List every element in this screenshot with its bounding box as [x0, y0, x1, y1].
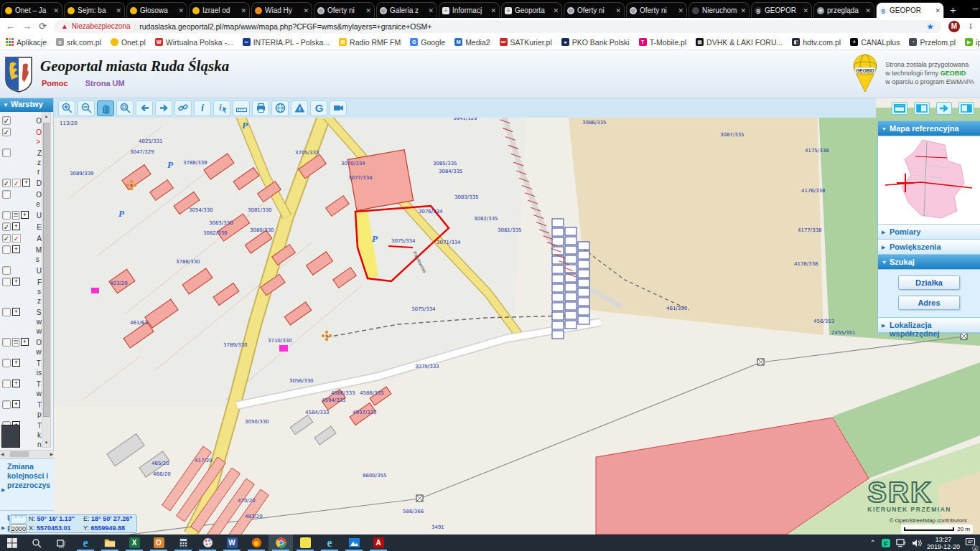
tab[interactable]: Izrael od✕ [189, 2, 250, 18]
paint-taskbar-icon[interactable] [195, 534, 220, 551]
sticky-notes-taskbar-icon[interactable] [293, 534, 317, 551]
word-taskbar-icon[interactable]: W [220, 534, 244, 551]
edge-taskbar-icon[interactable]: e [73, 534, 98, 551]
chrome-menu-icon[interactable]: ⋮ [967, 22, 974, 30]
bookmark-item[interactable]: intINTERIA.PL - Polska... [243, 38, 330, 47]
layer-expand-icon[interactable]: + [12, 359, 20, 367]
layer-legend-icon[interactable] [12, 338, 19, 347]
bookmark-item[interactable]: ▤Radio RMF FM [339, 38, 401, 47]
zoom-out-button[interactable] [78, 100, 95, 116]
tab[interactable]: gGEOPOR✕ [751, 2, 812, 18]
layer-checkbox[interactable] [2, 380, 11, 388]
search-taskbar-icon[interactable] [24, 534, 49, 551]
section-lokalizacja-wsp-rz-dnej[interactable]: ▶Lokalizacja współrzędnej [878, 318, 980, 333]
tab-active[interactable]: gGEOPOR✕ [876, 2, 944, 18]
layer-order-panel[interactable]: ▶Zmiana kolejności i przezroczys [0, 458, 54, 510]
layout-left-panel-button[interactable] [914, 102, 930, 115]
wms-button[interactable] [271, 100, 289, 116]
back-icon[interactable]: ← [6, 21, 15, 32]
info-select-button[interactable]: i [213, 100, 230, 116]
bookmark-item[interactable]: WWirtualna Polska -... [155, 38, 233, 47]
security-warning-icon[interactable]: ▲ [61, 22, 68, 30]
section-szukaj[interactable]: ▼Szukaj [878, 255, 980, 270]
start-taskbar-icon[interactable] [0, 534, 24, 551]
firefox-taskbar-icon[interactable] [244, 534, 269, 551]
layer-checkbox[interactable] [2, 266, 11, 275]
layer-expand-icon[interactable]: + [21, 338, 29, 346]
tab-close-icon[interactable]: ✕ [935, 7, 941, 14]
view-forward-button[interactable] [155, 100, 172, 116]
layer-expand-icon[interactable]: + [12, 308, 20, 316]
layer-style-checkbox[interactable]: ✓ [12, 179, 21, 187]
tab[interactable]: ●przegląda✕ [813, 2, 874, 18]
layer-expand-icon[interactable]: + [12, 400, 20, 408]
search-adres-button[interactable]: Adres [898, 296, 960, 310]
city-site-link[interactable]: Strona UM [85, 79, 125, 88]
layer-legend-icon[interactable] [12, 211, 19, 220]
tab-close-icon[interactable]: ✕ [678, 7, 683, 14]
layout-right-panel-button[interactable] [958, 102, 974, 115]
section-powi-kszenia[interactable]: ▶Powiększenia [878, 240, 980, 255]
network-icon[interactable] [896, 539, 907, 547]
vertical-scrollbar[interactable]: ▲▼ [42, 112, 51, 448]
tray-chevron-icon[interactable]: ⌃ [870, 539, 876, 547]
layer-expand-icon[interactable]: + [12, 245, 20, 253]
tab-close-icon[interactable]: ✕ [615, 7, 621, 14]
bookmark-item[interactable]: MMedia2 [454, 38, 490, 47]
tab[interactable]: Sejm: ba✕ [64, 2, 125, 18]
layer-checkbox[interactable]: ✓ [2, 222, 11, 231]
tab-close-icon[interactable]: ✕ [365, 7, 371, 14]
section-pomiary[interactable]: ▶Pomiary [878, 225, 980, 240]
bookmark-item[interactable]: ●PKO Bank Polski [561, 38, 630, 47]
pan-button[interactable] [97, 100, 114, 116]
tab[interactable]: ◍Oferty ni✕ [314, 2, 375, 18]
tab[interactable]: Głosowa✕ [126, 2, 187, 18]
section-mapa-referencyjna[interactable]: ▼Mapa referencyjna [878, 121, 980, 136]
taskbar-clock[interactable]: 13:272019-12-20 [927, 536, 960, 550]
dms-toggle-button[interactable]: ° ' " [11, 515, 27, 524]
tab[interactable]: ◍Galeria z✕ [376, 2, 437, 18]
horizontal-scrollbar[interactable]: ◀▶ [0, 450, 54, 458]
tab[interactable]: ◍Oferty ni✕ [626, 2, 687, 18]
tab[interactable]: ◍Oferty ni✕ [564, 2, 625, 18]
tab-close-icon[interactable]: ✕ [740, 7, 746, 14]
action-center-icon[interactable]: 4 [965, 537, 976, 550]
photos-taskbar-icon[interactable] [342, 534, 366, 551]
volume-icon[interactable] [912, 539, 922, 547]
layer-checkbox[interactable]: ✓ [2, 234, 11, 242]
google-maps-button[interactable]: G [310, 100, 327, 116]
tab-close-icon[interactable]: ✕ [428, 7, 434, 14]
layer-expand-icon[interactable]: + [22, 179, 30, 187]
layer-checkbox[interactable]: ✓ [2, 116, 11, 125]
reference-minimap[interactable] [878, 136, 980, 225]
tab[interactable]: Onet – Ja✕ [1, 2, 62, 18]
view-back-button[interactable] [136, 100, 153, 116]
tab-close-icon[interactable]: ✕ [490, 7, 496, 14]
bookmark-item[interactable]: ◧hdtv.com.pl [792, 38, 841, 47]
layer-expand-icon[interactable]: + [21, 211, 29, 219]
acrobat-taskbar-icon[interactable]: A [366, 534, 391, 551]
layer-expand-icon[interactable]: + [12, 222, 20, 230]
security-label[interactable]: Niezabezpieczona [72, 22, 131, 30]
reload-icon[interactable]: ⟳ [39, 21, 47, 32]
zoom-window-button[interactable] [116, 100, 134, 116]
layer-style-checkbox[interactable]: ✓ [12, 234, 21, 242]
search-działka-button[interactable]: Działka [898, 276, 960, 290]
tab-close-icon[interactable]: ✕ [178, 7, 184, 14]
layer-checkbox[interactable] [2, 245, 11, 254]
internet-explorer-taskbar-icon[interactable]: e [317, 534, 342, 551]
layer-checkbox[interactable] [2, 278, 11, 286]
tab[interactable]: ≡Geoporta✕ [501, 2, 562, 18]
url-field[interactable]: ▲ Niezabezpieczona | rudaslaska.geoporta… [54, 20, 941, 33]
info-button[interactable]: i [194, 100, 211, 116]
layer-checkbox[interactable] [2, 149, 11, 157]
scale-input[interactable]: 2000 [11, 524, 27, 532]
outlook-taskbar-icon[interactable]: O [146, 534, 171, 551]
streetview-button[interactable] [330, 100, 347, 116]
help-link[interactable]: Pomoc [42, 79, 68, 88]
apps-shortcut[interactable]: Aplikacje [6, 38, 47, 47]
legend-thumbnail[interactable] [1, 425, 20, 448]
tab[interactable]: Nieruchom✕ [689, 2, 750, 18]
zoom-in-button[interactable] [58, 100, 75, 116]
map-canvas[interactable]: 113/204025/3313047/3293089/3393788/33937… [54, 98, 980, 534]
